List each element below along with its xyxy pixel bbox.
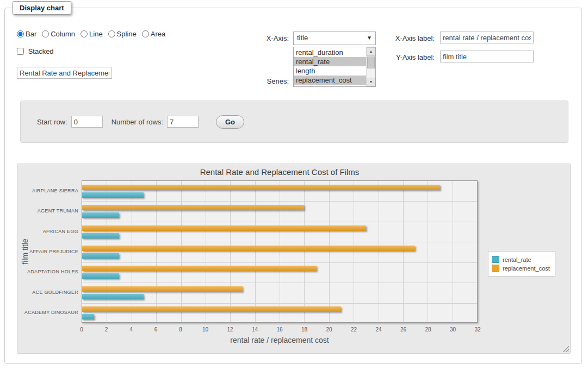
gridline-vertical: [181, 181, 182, 322]
scrollbar-thumb[interactable]: [367, 57, 375, 68]
stacked-label: Stacked: [28, 47, 54, 55]
x-tick-label: 18: [301, 327, 307, 333]
stacked-checkbox[interactable]: [17, 48, 24, 55]
series-option[interactable]: replacement_cost: [294, 76, 366, 85]
y-tick-label: ADAPTATION HOLES: [17, 269, 78, 274]
x-axis-title: rental rate / replacement cost: [82, 336, 478, 344]
chart-type-radio-line[interactable]: [81, 30, 88, 37]
legend-label: rental_rate: [503, 256, 531, 263]
x-tick-label: 30: [450, 327, 456, 333]
chart-legend: rental_ratereplacement_cost: [488, 251, 555, 277]
y-tick-label: AFRICAN EGG: [17, 229, 78, 234]
x-tick-label: 28: [425, 327, 431, 333]
chart-type-option-line[interactable]: Line: [81, 30, 103, 38]
scroll-up-icon[interactable]: ▲: [367, 47, 375, 56]
bar-rental_rate: [82, 233, 119, 239]
go-button[interactable]: Go: [216, 115, 244, 129]
legend-label: replacement_cost: [503, 265, 550, 272]
gridline-vertical: [403, 181, 404, 322]
gridline-horizontal: [82, 222, 477, 222]
bar-replacement_cost: [82, 266, 317, 271]
panel-legend: Display chart: [13, 1, 71, 15]
x-tick-label: 16: [276, 327, 282, 333]
bar-rental_rate: [82, 253, 119, 259]
x-tick-label: 24: [375, 327, 381, 333]
gridline-vertical: [156, 181, 157, 322]
gridline-vertical: [230, 181, 231, 322]
series-option[interactable]: length: [294, 66, 366, 76]
chart-type-radio-area[interactable]: [142, 30, 149, 37]
x-tick-label: 2: [105, 327, 108, 333]
x-tick-label: 32: [474, 327, 480, 333]
plot-area: [82, 180, 478, 323]
chart-type-option-column[interactable]: Column: [42, 30, 75, 38]
series-option[interactable]: rental_rate: [294, 57, 366, 66]
gridline-vertical: [354, 181, 354, 322]
gridline-vertical: [255, 181, 256, 322]
chart-type-option-area[interactable]: Area: [142, 30, 165, 38]
series-listbox[interactable]: rental_durationrental_ratelengthreplacem…: [293, 47, 376, 87]
gridline-vertical: [280, 181, 280, 322]
x-tick-label: 8: [179, 327, 182, 333]
start-row-input[interactable]: [71, 116, 103, 128]
bar-replacement_cost: [82, 306, 341, 312]
chart-title-input[interactable]: [17, 67, 112, 79]
bar-rental_rate: [82, 212, 119, 218]
x-tick-label: 12: [227, 327, 233, 333]
series-select-label: Series:: [239, 77, 289, 85]
y-axis-label-input[interactable]: [440, 51, 534, 62]
bar-rental_rate: [82, 294, 144, 299]
x-tick-label: 0: [80, 327, 83, 333]
gridline-vertical: [453, 181, 453, 322]
chart-title: Rental Rate and Replacement Cost of Film…: [82, 167, 478, 177]
bar-replacement_cost: [82, 286, 243, 292]
x-axis-label-input[interactable]: [440, 32, 534, 43]
y-tick-label: AFFAIR PREJUDICE: [17, 249, 78, 254]
gridline-horizontal: [82, 201, 477, 202]
gridline-horizontal: [82, 262, 477, 263]
x-tick-label: 10: [202, 327, 208, 333]
series-scrollbar[interactable]: ▲ ▼: [366, 47, 375, 86]
x-tick-label: 14: [252, 327, 258, 333]
series-options: rental_durationrental_ratelengthreplacem…: [294, 47, 366, 85]
y-tick-label: ACADEMY DINOSAUR: [17, 310, 78, 315]
gridline-vertical: [132, 181, 132, 322]
stacked-option[interactable]: Stacked: [17, 47, 54, 55]
gridline-vertical: [329, 181, 330, 322]
display-chart-panel: Display chart BarColumnLineSplineArea St…: [4, 8, 582, 364]
bar-rental_rate: [82, 273, 119, 279]
number-of-rows-input[interactable]: [167, 116, 199, 128]
bar-replacement_cost: [82, 246, 415, 251]
chart-type-group: BarColumnLineSplineArea: [17, 30, 171, 38]
x-tick-label: 22: [351, 327, 357, 333]
chart-container: Rental Rate and Replacement Cost of Film…: [17, 164, 571, 354]
gridline-vertical: [107, 181, 107, 322]
x-axis-select[interactable]: title ▼: [293, 32, 376, 45]
chart-type-option-spline[interactable]: Spline: [108, 30, 137, 38]
chart-type-radio-spline[interactable]: [108, 30, 115, 37]
gridline-vertical: [379, 181, 379, 322]
number-of-rows-label: Number of rows:: [112, 118, 163, 126]
legend-entry: replacement_cost: [492, 265, 550, 272]
legend-swatch-replacement_cost: [492, 265, 499, 272]
y-tick-label: ACE GOLDFINGER: [17, 290, 78, 295]
legend-entry: rental_rate: [492, 256, 550, 263]
gridline-vertical: [304, 181, 305, 322]
chart-type-option-bar[interactable]: Bar: [17, 30, 36, 38]
chart-type-radio-bar[interactable]: [17, 30, 24, 37]
bar-rental_rate: [82, 314, 94, 319]
row-range-panel: Start row: Number of rows: Go: [20, 101, 568, 143]
legend-swatch-rental_rate: [492, 256, 499, 263]
bar-replacement_cost: [82, 205, 304, 210]
chart-type-radio-column[interactable]: [42, 30, 49, 37]
series-option[interactable]: rental_duration: [294, 48, 366, 57]
scroll-down-icon[interactable]: ▼: [367, 78, 375, 86]
resize-handle-icon[interactable]: [562, 346, 569, 352]
y-tick-label: AIRPLANE SIERRA: [17, 188, 78, 193]
x-axis-label-label: X-Axis label:: [380, 34, 435, 42]
x-tick-label: 4: [129, 327, 133, 333]
bar-rental_rate: [82, 192, 144, 198]
x-axis-select-label: X-Axis:: [239, 34, 289, 42]
x-tick-label: 20: [326, 327, 332, 333]
y-tick-label: AGENT TRUMAN: [17, 208, 78, 214]
